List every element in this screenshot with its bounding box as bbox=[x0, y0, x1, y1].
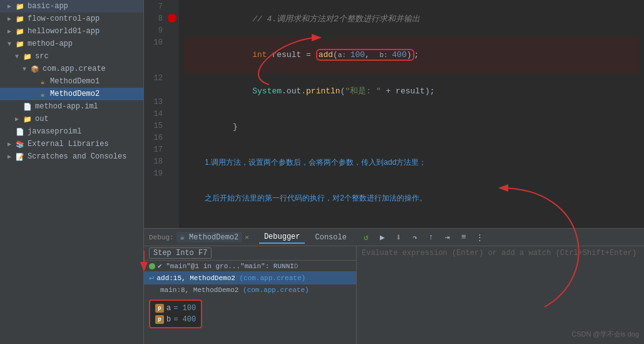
debug-frames: Step Into F7 ✔ "main"@1 in gro..."main":… bbox=[144, 246, 357, 344]
main-area: 7 8 9 10 12 13 14 15 16 17 18 19 bbox=[144, 0, 644, 344]
expand-arrow: ▶ bbox=[8, 140, 15, 148]
stack-item-add15[interactable]: ↩ add:15, MethodDemo2 (com.app.create) bbox=[144, 271, 356, 284]
line-numbers: 7 8 9 10 12 13 14 15 16 17 18 19 bbox=[144, 0, 166, 228]
step-into-btn[interactable]: ⬇ bbox=[392, 231, 406, 244]
breakpoint-marker bbox=[168, 14, 176, 23]
folder-icon: 📁 bbox=[15, 1, 25, 11]
library-icon: 📚 bbox=[15, 139, 25, 149]
code-lines[interactable]: // 4.调用求和方法对2个整数进行求和并输出 int result = add… bbox=[179, 0, 644, 228]
gutter bbox=[166, 0, 179, 228]
expand-arrow: ▶ bbox=[8, 15, 15, 23]
annotation-line-2: 之后开始方法里的第一行代码的执行，对2个整数进行加法的操作。 bbox=[184, 180, 639, 216]
debug-toolbar: ↺ ▶ ⬇ ↷ ↑ ⇥ ≡ ⋮ bbox=[359, 231, 487, 244]
debug-body: Step Into F7 ✔ "main"@1 in gro..."main":… bbox=[144, 246, 644, 344]
sidebar-item-flow-control[interactable]: ▶ 📁 flow-control-app bbox=[0, 13, 143, 25]
expand-arrow: ▼ bbox=[23, 66, 30, 73]
sidebar-item-scratches[interactable]: ▶ 📝 Scratches and Consoles bbox=[0, 150, 143, 163]
step-out-btn[interactable]: ↑ bbox=[424, 231, 438, 244]
package-icon: 📦 bbox=[30, 64, 40, 74]
code-line-8: int result = add(a: 100, b: 400); bbox=[184, 37, 639, 73]
stack-item-main[interactable]: ✔ "main"@1 in gro..."main": RUNNID bbox=[144, 261, 356, 271]
more-btn[interactable]: ⋮ bbox=[473, 231, 487, 244]
expand-arrow: ▼ bbox=[8, 41, 15, 48]
expand-arrow: ▶ bbox=[8, 28, 15, 35]
sidebar-item-methoddemo1[interactable]: ☕ MethodDemo1 bbox=[0, 75, 143, 88]
java-icon: ☕ bbox=[38, 76, 48, 86]
sidebar-item-javaseproiml[interactable]: 📄 javaseproiml bbox=[0, 125, 143, 138]
sidebar-item-iml[interactable]: 📄 method-app.iml bbox=[0, 100, 143, 113]
expand-arrow: ▶ bbox=[15, 115, 23, 123]
variables-box: p a = 100 p b = 400 bbox=[149, 300, 202, 328]
debug-label: Debug: bbox=[149, 234, 174, 241]
running-indicator bbox=[149, 263, 155, 269]
step-into-tooltip: Step Into F7 bbox=[144, 246, 356, 261]
evaluate-btn[interactable]: ≡ bbox=[457, 231, 471, 244]
restart-btn[interactable]: ↺ bbox=[359, 231, 373, 244]
sidebar-item-basic-app[interactable]: ▶ 📁 basic-app bbox=[0, 0, 143, 13]
code-line-10: } bbox=[184, 109, 639, 145]
param-icon-b: p bbox=[155, 315, 164, 324]
stack-label-main8: main:8, MethodDemo2 (com.app.create) bbox=[160, 286, 309, 294]
expand-arrow: ▼ bbox=[15, 53, 23, 60]
sidebar-item-methoddemo2[interactable]: ☕ MethodDemo2 bbox=[0, 88, 143, 100]
iml-icon: 📄 bbox=[15, 127, 25, 137]
sidebar-item-package[interactable]: ▼ 📦 com.app.create bbox=[0, 63, 143, 75]
debug-title: Debug: ☕ MethodDemo2 ✕ bbox=[149, 232, 249, 242]
folder-icon: 📁 bbox=[15, 26, 25, 36]
step-into-label: Step Into F7 bbox=[149, 248, 212, 259]
var-item-b: p b = 400 bbox=[155, 314, 196, 325]
debug-header: Debug: ☕ MethodDemo2 ✕ Debugger Console … bbox=[144, 229, 644, 246]
var-item-a: p a = 100 bbox=[155, 303, 196, 314]
file-tree: ▶ 📁 basic-app ▶ 📁 flow-control-app ▶ 📁 h… bbox=[0, 0, 144, 344]
resume-btn[interactable]: ▶ bbox=[376, 231, 389, 244]
expand-arrow bbox=[15, 103, 23, 110]
sidebar-item-method-app[interactable]: ▼ 📁 method-app bbox=[0, 38, 143, 50]
sidebar-item-external-libs[interactable]: ▶ 📚 External Libraries bbox=[0, 138, 143, 150]
folder-icon: 📁 bbox=[15, 39, 25, 49]
variables-section: p a = 100 p b = 400 bbox=[144, 296, 356, 332]
close-session-btn[interactable]: ✕ bbox=[245, 233, 249, 241]
code-line-7: // 4.调用求和方法对2个整数进行求和并输出 bbox=[184, 1, 639, 37]
java-icon: ☕ bbox=[38, 89, 48, 99]
debug-session-label: ☕ MethodDemo2 bbox=[176, 232, 243, 242]
stack-item-main8[interactable]: main:8, MethodDemo2 (com.app.create) bbox=[144, 284, 356, 296]
code-line-12: // 1. 先定义一个求和的方法 bbox=[184, 216, 639, 228]
expand-arrow bbox=[30, 78, 38, 85]
sidebar-item-helloworld[interactable]: ▶ 📁 helloworld01-app bbox=[0, 25, 143, 38]
tab-debugger[interactable]: Debugger bbox=[259, 231, 305, 244]
expand-arrow bbox=[8, 128, 15, 135]
annotation-line-1: 1.调用方法，设置两个参数后，会将两个参数，传入到add方法里； bbox=[184, 145, 639, 180]
active-frame-arrow: ↩ bbox=[149, 273, 154, 283]
scratch-icon: 📝 bbox=[15, 152, 25, 162]
expand-arrow: ▶ bbox=[8, 3, 15, 10]
folder-icon: 📁 bbox=[23, 51, 33, 61]
sidebar-item-src[interactable]: ▼ 📁 src bbox=[0, 50, 143, 63]
folder-icon: 📁 bbox=[23, 114, 33, 124]
stack-label-add15: add:15, MethodDemo2 (com.app.create) bbox=[156, 274, 305, 282]
debug-panel: Debug: ☕ MethodDemo2 ✕ Debugger Console … bbox=[144, 228, 644, 344]
code-editor: 7 8 9 10 12 13 14 15 16 17 18 19 bbox=[144, 0, 644, 228]
expand-arrow: ▶ bbox=[8, 153, 15, 160]
tab-console[interactable]: Console bbox=[310, 232, 351, 243]
stack-label-main: ✔ "main"@1 in gro..."main": RUNNID bbox=[158, 262, 298, 270]
step-over-btn[interactable]: ↷ bbox=[408, 231, 422, 244]
code-line-9: System.out.println("和是: " + result); bbox=[184, 73, 639, 109]
expand-arrow bbox=[30, 91, 38, 98]
iml-icon: 📄 bbox=[23, 102, 33, 112]
run-cursor-btn[interactable]: ⇥ bbox=[441, 231, 454, 244]
folder-icon: 📁 bbox=[15, 14, 25, 24]
param-icon-a: p bbox=[155, 304, 164, 313]
watermark: CSDN @学不会is dog bbox=[571, 330, 639, 339]
sidebar-item-out[interactable]: ▶ 📁 out bbox=[0, 113, 143, 125]
code-area: 7 8 9 10 12 13 14 15 16 17 18 19 bbox=[144, 0, 644, 228]
